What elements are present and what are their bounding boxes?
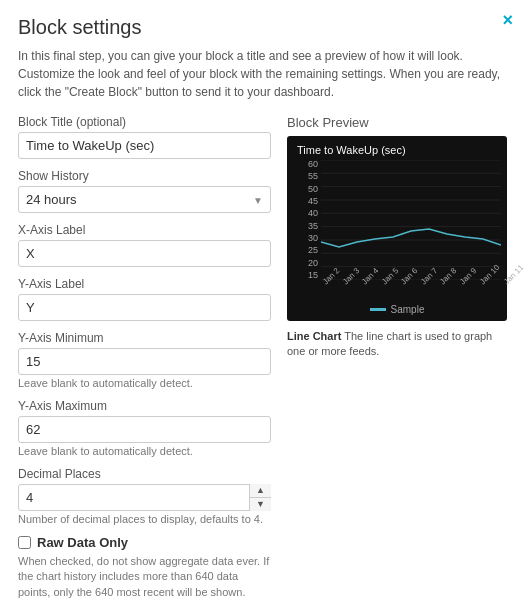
block-title-label: Block Title (optional) — [18, 115, 271, 129]
show-history-select[interactable]: 1 hour 6 hours 12 hours 24 hours 48 hour… — [18, 186, 271, 213]
raw-data-group: Raw Data Only When checked, do not show … — [18, 535, 271, 600]
chart-body — [321, 160, 501, 280]
block-settings-modal: × Block settings In this final step, you… — [0, 0, 525, 600]
y-label-40: 40 — [308, 209, 318, 218]
yaxis-max-input[interactable] — [18, 416, 271, 443]
yaxis-min-label: Y-Axis Minimum — [18, 331, 271, 345]
block-title-group: Block Title (optional) — [18, 115, 271, 159]
decimal-stepper-wrapper: ▲ ▼ — [18, 484, 271, 511]
two-column-layout: Block Title (optional) Show History 1 ho… — [18, 115, 507, 600]
y-label-60: 60 — [308, 160, 318, 169]
modal-title: Block settings — [18, 16, 507, 39]
yaxis-group: Y-Axis Label — [18, 277, 271, 321]
raw-data-checkbox-row: Raw Data Only — [18, 535, 271, 550]
legend-color-swatch — [370, 308, 386, 311]
chart-legend: Sample — [293, 304, 501, 315]
xaxis-group: X-Axis Label — [18, 223, 271, 267]
y-label-20: 20 — [308, 259, 318, 268]
y-label-35: 35 — [308, 222, 318, 231]
xaxis-label: X-Axis Label — [18, 223, 271, 237]
yaxis-min-hint: Leave blank to automatically detect. — [18, 377, 271, 389]
decimal-hint: Number of decimal places to display, def… — [18, 513, 271, 525]
y-label-15: 15 — [308, 271, 318, 280]
stepper-down-button[interactable]: ▼ — [250, 498, 271, 511]
show-history-group: Show History 1 hour 6 hours 12 hours 24 … — [18, 169, 271, 213]
block-title-input[interactable] — [18, 132, 271, 159]
y-label-45: 45 — [308, 197, 318, 206]
show-history-label: Show History — [18, 169, 271, 183]
y-label-30: 30 — [308, 234, 318, 243]
decimal-group: Decimal Places ▲ ▼ Number of decimal pla… — [18, 467, 271, 525]
yaxis-label: Y-Axis Label — [18, 277, 271, 291]
yaxis-input[interactable] — [18, 294, 271, 321]
chart-description: Line Chart The line chart is used to gra… — [287, 329, 507, 360]
raw-data-desc: When checked, do not show aggregate data… — [18, 554, 271, 600]
x-axis: Jan 2 Jan 3 Jan 4 Jan 5 Jan 6 Jan 7 Jan … — [321, 280, 501, 300]
right-column: Block Preview Time to WakeUp (sec) 60 55… — [287, 115, 507, 600]
raw-data-checkbox[interactable] — [18, 536, 31, 549]
left-column: Block Title (optional) Show History 1 ho… — [18, 115, 271, 600]
y-label-55: 55 — [308, 172, 318, 181]
y-label-50: 50 — [308, 185, 318, 194]
close-button[interactable]: × — [502, 10, 513, 31]
stepper-up-button[interactable]: ▲ — [250, 484, 271, 498]
show-history-wrapper: 1 hour 6 hours 12 hours 24 hours 48 hour… — [18, 186, 271, 213]
y-axis: 60 55 50 45 40 35 30 25 20 15 — [293, 160, 321, 280]
modal-description: In this final step, you can give your bl… — [18, 47, 507, 101]
legend-label: Sample — [391, 304, 425, 315]
decimal-label: Decimal Places — [18, 467, 271, 481]
preview-label: Block Preview — [287, 115, 507, 130]
chart-container: Time to WakeUp (sec) 60 55 50 45 40 35 3… — [287, 136, 507, 321]
chart-title: Time to WakeUp (sec) — [293, 144, 501, 156]
stepper-buttons: ▲ ▼ — [249, 484, 271, 511]
chart-svg — [321, 160, 501, 280]
yaxis-min-group: Y-Axis Minimum Leave blank to automatica… — [18, 331, 271, 389]
yaxis-max-label: Y-Axis Maximum — [18, 399, 271, 413]
yaxis-max-group: Y-Axis Maximum Leave blank to automatica… — [18, 399, 271, 457]
yaxis-min-input[interactable] — [18, 348, 271, 375]
decimal-input[interactable] — [18, 484, 271, 511]
raw-data-label[interactable]: Raw Data Only — [37, 535, 128, 550]
chart-area: 60 55 50 45 40 35 30 25 20 15 — [293, 160, 501, 300]
chart-type-label: Line Chart — [287, 330, 341, 342]
yaxis-max-hint: Leave blank to automatically detect. — [18, 445, 271, 457]
y-label-25: 25 — [308, 246, 318, 255]
xaxis-input[interactable] — [18, 240, 271, 267]
x-label-jan11: Jan 11 — [502, 263, 525, 286]
